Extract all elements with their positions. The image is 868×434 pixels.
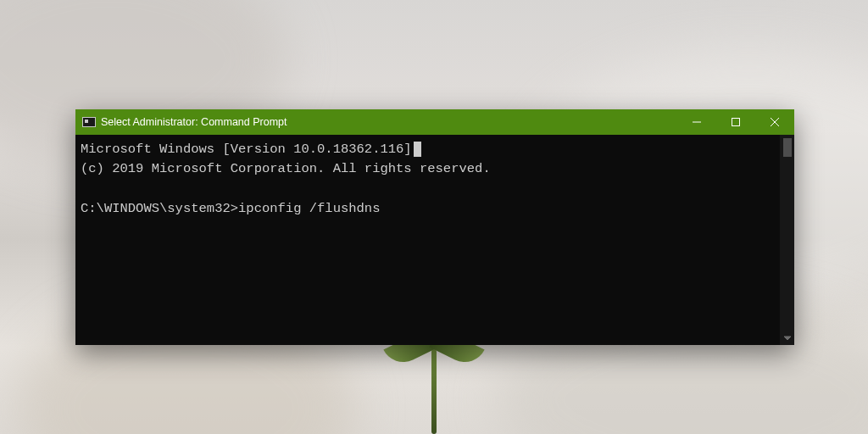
cmd-icon xyxy=(82,117,96,127)
close-button[interactable] xyxy=(755,109,794,135)
terminal-body[interactable]: Microsoft Windows [Version 10.0.18362.11… xyxy=(75,135,794,345)
text-cursor xyxy=(414,142,421,157)
terminal-copyright-line: (c) 2019 Microsoft Corporation. All righ… xyxy=(81,159,791,179)
svg-marker-4 xyxy=(784,337,791,340)
desktop-wallpaper-sprout xyxy=(431,349,437,434)
window-title: Select Administrator: Command Prompt xyxy=(101,116,677,128)
scrollbar-track[interactable] xyxy=(780,135,794,345)
terminal-prompt: C:\WINDOWS\system32> xyxy=(81,201,238,216)
minimize-button[interactable] xyxy=(677,109,716,135)
svg-rect-1 xyxy=(732,119,740,126)
terminal-command-input[interactable]: ipconfig /flushdns xyxy=(238,201,380,216)
terminal-blank-line xyxy=(81,180,791,199)
title-bar[interactable]: Select Administrator: Command Prompt xyxy=(75,109,794,135)
scrollbar-thumb[interactable] xyxy=(783,138,792,157)
scrollbar-down-arrow-icon[interactable] xyxy=(780,331,794,345)
terminal-version-line: Microsoft Windows [Version 10.0.18362.11… xyxy=(81,142,412,157)
command-prompt-window[interactable]: Select Administrator: Command Prompt Mic… xyxy=(75,109,794,345)
maximize-button[interactable] xyxy=(716,109,755,135)
